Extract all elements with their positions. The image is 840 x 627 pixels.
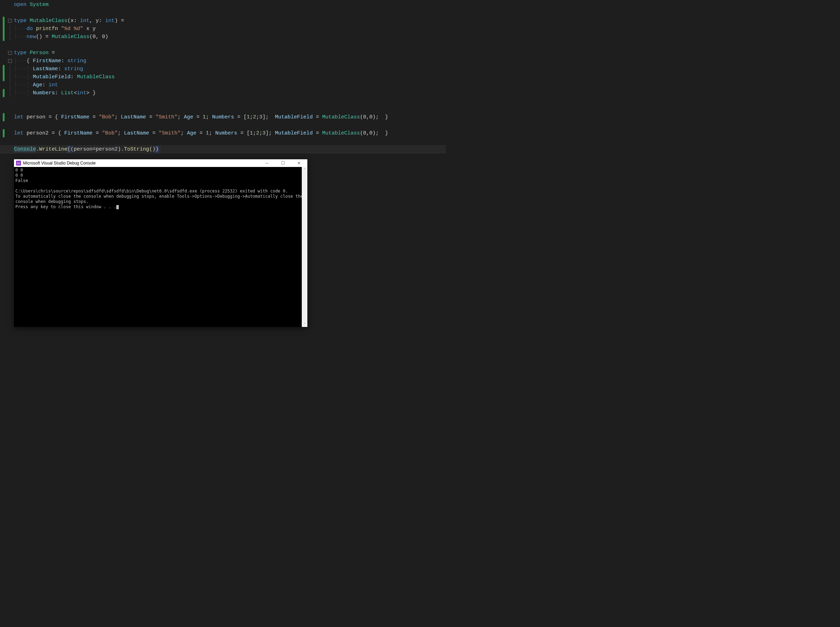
type-name: MutableClass: [322, 114, 360, 120]
scroll-down-icon[interactable]: ˅: [302, 321, 307, 327]
paren-match: ): [156, 147, 159, 152]
code-text: = [: [234, 114, 247, 120]
number-literal: 1: [203, 114, 206, 120]
string-literal: "Smith": [156, 114, 178, 120]
code-text: = [: [237, 130, 250, 136]
fold-minus-icon[interactable]: −: [8, 59, 12, 63]
field-name: LastName: [124, 130, 149, 136]
code-text: =: [193, 114, 203, 120]
console-title: Microsoft Visual Studio Debug Console: [23, 161, 258, 165]
keyword: string: [64, 66, 83, 72]
field-name: MutableField: [33, 74, 71, 80]
number-literal: 3: [259, 114, 262, 120]
change-marker: [3, 129, 5, 137]
fold-guide: [10, 25, 10, 33]
code-text: ];: [262, 114, 275, 120]
code-text: .: [36, 147, 39, 152]
code-text: person = {: [24, 114, 61, 120]
scrollbar[interactable]: ˄ ˅: [302, 167, 307, 327]
minimize-button[interactable]: ─: [260, 159, 274, 167]
type-name: MutableClass: [77, 74, 115, 80]
close-button[interactable]: ✕: [292, 159, 306, 167]
code-line[interactable]: [0, 105, 446, 113]
field-name: Numbers: [212, 114, 234, 120]
code-line[interactable]: ┊···┊·LastName: string: [0, 65, 446, 73]
code-text: :: [55, 90, 61, 96]
code-line[interactable]: [0, 137, 446, 145]
code-line[interactable]: open System: [0, 1, 446, 9]
code-text: person2 = {: [24, 130, 64, 136]
code-line[interactable]: − ┊···{ FirstName: string: [0, 57, 446, 65]
code-line[interactable]: let person = { FirstName = "Bob"; LastNa…: [0, 113, 446, 121]
type-name: List: [61, 90, 74, 96]
change-marker: [3, 113, 5, 121]
code-text: ;: [250, 114, 253, 120]
code-text: ;: [209, 130, 215, 136]
function-name: WriteLine: [39, 147, 68, 152]
fold-guide: [10, 33, 10, 41]
code-line[interactable]: [0, 9, 446, 17]
code-text: :: [61, 58, 68, 64]
keyword: type: [14, 18, 27, 24]
code-line[interactable]: [0, 97, 446, 105]
code-text: ;: [159, 147, 162, 152]
field-name: Age: [187, 130, 196, 136]
code-line[interactable]: − type MutableClass(x: int, y: int) =: [0, 17, 446, 25]
code-text: ;: [118, 130, 124, 136]
field-name: FirstName: [33, 58, 61, 64]
scroll-up-icon[interactable]: ˄: [302, 167, 307, 173]
code-text: (x:: [68, 18, 80, 24]
code-line[interactable]: [0, 121, 446, 129]
current-line[interactable]: Console.WriteLine((person=person2).ToStr…: [0, 145, 446, 153]
code-text: <: [74, 90, 77, 96]
fold-minus-icon[interactable]: −: [8, 19, 12, 23]
code-line[interactable]: [0, 41, 446, 49]
fold-minus-icon[interactable]: −: [8, 51, 12, 55]
code-text: , y:: [90, 18, 105, 24]
code-text: ];: [266, 130, 275, 136]
code-line[interactable]: ┊···┊·Age: int: [0, 81, 446, 89]
type-name: Console: [14, 147, 36, 152]
keyword: string: [68, 58, 86, 64]
keyword: int: [49, 82, 58, 88]
maximize-button[interactable]: ☐: [276, 159, 290, 167]
string-literal: "Bob": [99, 114, 115, 120]
field-name: Numbers: [215, 130, 237, 136]
code-line[interactable]: ┊···new() = MutableClass(0, 0): [0, 33, 446, 41]
type-name: MutableClass: [30, 18, 68, 24]
keyword: type: [14, 50, 27, 56]
console-titlebar[interactable]: C\ Microsoft Visual Studio Debug Console…: [14, 159, 307, 167]
field-name: FirstName: [64, 130, 93, 136]
code-text: () =: [36, 34, 52, 40]
paren-match: (: [68, 147, 71, 152]
change-marker: [3, 89, 5, 97]
console-output[interactable]: ˄ ˅ 0 0 0 0 False C:\Users\chris\source\…: [14, 167, 307, 327]
code-editor[interactable]: open System − type MutableClass(x: int, …: [0, 0, 446, 153]
change-marker: [3, 25, 5, 33]
number-literal: 1: [206, 130, 209, 136]
code-line[interactable]: ┊···do printfn "%d %d" x y: [0, 25, 446, 33]
number-literal: 3: [262, 130, 266, 136]
fold-guide: [10, 73, 10, 81]
code-text: =: [146, 114, 156, 120]
code-line[interactable]: ┊···┊·Numbers: List<int> }: [0, 89, 446, 97]
code-line[interactable]: let person2 = { FirstName = "Bob"; LastN…: [0, 129, 446, 137]
code-text: (0,0); }: [360, 114, 388, 120]
string-literal: "%d %d": [58, 26, 83, 32]
code-text: (0, 0): [90, 34, 108, 40]
code-text: =: [49, 50, 55, 56]
code-text: ;: [256, 114, 259, 120]
code-text: > }: [86, 90, 96, 96]
code-text: (person=person2): [71, 147, 121, 152]
code-text: =: [313, 114, 322, 120]
keyword: new: [27, 34, 36, 40]
debug-console-window[interactable]: C\ Microsoft Visual Studio Debug Console…: [14, 159, 307, 327]
field-name: LastName: [121, 114, 146, 120]
fold-guide: [10, 81, 10, 89]
code-line[interactable]: ┊···┊·MutableField: MutableClass: [0, 73, 446, 81]
code-text: =: [93, 130, 102, 136]
string-literal: "Smith": [159, 130, 181, 136]
code-line[interactable]: − type Person =: [0, 49, 446, 57]
code-text: (): [149, 147, 156, 152]
number-literal: 1: [250, 130, 253, 136]
